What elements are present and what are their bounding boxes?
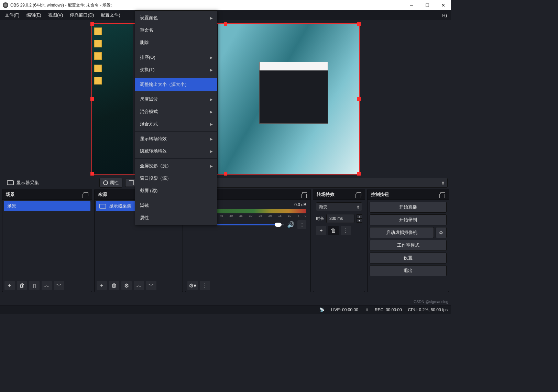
ctx-separator	[135, 77, 217, 77]
ctx-hide-transition[interactable]: 隐藏转场特效▶	[135, 145, 217, 157]
dock-transitions: 转场特效 渐变 ▴▾ 时长 300 ms ▴▾ + 🗑 ⋮	[313, 189, 365, 292]
mixer-footer: ⚙▾ ⋮	[185, 279, 310, 292]
mixer-menu-button[interactable]: ⋮	[200, 281, 210, 290]
ctx-blend-mode[interactable]: 混合模式▶	[135, 105, 217, 118]
minimize-button[interactable]: ─	[404, 0, 419, 10]
ctx-show-transition[interactable]: 显示转场特效▶	[135, 133, 217, 145]
ctx-screenshot[interactable]: 截屏 (源)	[135, 184, 217, 197]
resize-handle-br[interactable]	[357, 172, 361, 176]
slider-thumb[interactable]	[275, 223, 282, 227]
mixer-settings-button[interactable]: ⚙▾	[187, 281, 198, 290]
vcam-settings-button[interactable]: ⚙	[436, 227, 447, 238]
menu-right-frag: H)	[442, 13, 450, 18]
gear-icon	[103, 180, 108, 185]
delete-source-button[interactable]: 🗑	[109, 281, 119, 290]
ctx-separator	[135, 131, 217, 132]
pause-icon: ⏸	[364, 307, 369, 312]
menu-edit[interactable]: 编辑(E)	[23, 11, 45, 20]
dock-controls-title: 控制按钮	[371, 191, 389, 198]
speaker-icon[interactable]: 🔊	[287, 221, 295, 228]
resize-handle-bm[interactable]	[224, 172, 227, 176]
duration-spinner[interactable]: ▴▾	[357, 214, 362, 223]
popout-icon[interactable]	[84, 192, 88, 196]
ctx-fullscreen-proj[interactable]: 全屏投影（源）▶	[135, 160, 217, 172]
scene-up-button[interactable]: ︿	[42, 281, 52, 290]
resize-handle-tm[interactable]	[224, 22, 227, 26]
resize-handle-tr[interactable]	[357, 22, 361, 26]
menu-dock[interactable]: 停靠窗口(D)	[66, 11, 97, 20]
menu-view[interactable]: 视图(V)	[45, 11, 66, 20]
chevron-right-icon: ▶	[210, 56, 213, 59]
source-props-button[interactable]: ⚙	[121, 281, 132, 290]
sources-footer: + 🗑 ⚙ ︿ ﹀	[95, 279, 183, 292]
exit-button[interactable]: 退出	[370, 265, 447, 276]
delete-scene-button[interactable]: 🗑	[17, 281, 27, 290]
source-down-button[interactable]: ﹀	[146, 281, 156, 290]
dock-sources-title: 来源	[98, 191, 107, 198]
resize-handle-bl[interactable]	[90, 172, 94, 176]
add-source-button[interactable]: +	[97, 281, 107, 290]
scene-item[interactable]: 场景	[4, 201, 90, 211]
preview-area[interactable]	[0, 20, 451, 177]
dock-scenes-title: 场景	[6, 191, 15, 198]
start-recording-button[interactable]: 开始录制	[370, 214, 447, 225]
ctx-set-color[interactable]: 设置颜色▶	[135, 12, 217, 24]
popout-icon[interactable]	[440, 192, 445, 196]
properties-label: 属性	[110, 180, 119, 186]
resize-handle-ml[interactable]	[90, 97, 94, 101]
resize-handle-tl[interactable]	[90, 22, 94, 26]
ctx-resize-output[interactable]: 调整输出大小（源大小）	[135, 78, 217, 91]
ctx-properties[interactable]: 属性	[135, 212, 217, 224]
preview-canvas[interactable]	[91, 23, 360, 175]
context-menu[interactable]: 设置颜色▶ 重命名 删除 排序(O)▶ 变换(T)▶ 调整输出大小（源大小） 尺…	[135, 10, 217, 225]
properties-button[interactable]: 属性	[99, 178, 122, 188]
resize-handle-mr[interactable]	[357, 97, 361, 101]
close-button[interactable]: ✕	[435, 0, 451, 10]
ctx-order[interactable]: 排序(O)▶	[135, 51, 217, 64]
chevron-updown-icon: ▴▾	[442, 180, 444, 185]
chevron-updown-icon: ▴▾	[357, 204, 359, 209]
transition-dropdown[interactable]: 渐变 ▴▾	[316, 202, 362, 211]
scenes-footer: + 🗑 ▯ ︿ ﹀	[2, 279, 92, 292]
add-scene-button[interactable]: +	[4, 281, 15, 290]
scene-down-button[interactable]: ﹀	[54, 281, 64, 290]
ctx-filters[interactable]: 滤镜	[135, 199, 217, 212]
dock-scenes-header[interactable]: 场景	[2, 189, 92, 200]
ctx-delete[interactable]: 删除	[135, 36, 217, 49]
chevron-right-icon: ▶	[210, 122, 213, 126]
ctx-scale-filtering[interactable]: 尺度滤波▶	[135, 93, 217, 105]
transition-add-button[interactable]: +	[316, 226, 326, 235]
start-streaming-button[interactable]: 开始直播	[370, 202, 447, 213]
transition-menu-button[interactable]: ⋮	[341, 226, 351, 235]
ctx-separator	[135, 158, 217, 159]
popout-icon[interactable]	[302, 192, 307, 196]
broadcast-icon: 📡	[319, 307, 325, 312]
selection-box[interactable]	[91, 23, 360, 175]
popout-icon[interactable]	[357, 192, 361, 196]
ctx-separator	[135, 50, 217, 50]
ctx-rename[interactable]: 重命名	[135, 24, 217, 36]
maximize-button[interactable]: ☐	[419, 0, 435, 10]
mixer-more-button[interactable]: ⋮	[297, 220, 306, 229]
menu-file[interactable]: 文件(F)	[1, 11, 23, 20]
ctx-blend-method[interactable]: 混合方式▶	[135, 118, 217, 130]
duration-field[interactable]: 300 ms	[326, 214, 354, 223]
transitions-body: 渐变 ▴▾ 时长 300 ms ▴▾ + 🗑 ⋮	[313, 200, 365, 238]
chevron-right-icon: ▶	[210, 149, 213, 153]
scenes-list[interactable]: 场景	[2, 200, 92, 279]
scene-filter-button[interactable]: ▯	[29, 281, 40, 290]
obs-logo-icon	[3, 2, 8, 8]
window-titlebar: OBS 29.0.2 (64-bit, windows) - 配置文件: 未命名…	[0, 0, 451, 10]
source-up-button[interactable]: ︿	[134, 281, 144, 290]
transition-delete-button[interactable]: 🗑	[328, 226, 339, 235]
status-cpu: CPU: 0.2%, 60.00 fps	[408, 307, 448, 312]
ctx-window-proj[interactable]: 窗口投影（源）	[135, 172, 217, 184]
duration-value: 300 ms	[329, 216, 343, 221]
menu-profile[interactable]: 配置文件(	[97, 11, 123, 20]
dock-transitions-header[interactable]: 转场特效	[313, 189, 365, 200]
start-vcam-button[interactable]: 启动虚拟摄像机	[370, 227, 434, 238]
ctx-transform[interactable]: 变换(T)▶	[135, 64, 217, 76]
settings-button[interactable]: 设置	[370, 253, 447, 264]
dock-controls-header[interactable]: 控制按钮	[368, 189, 449, 200]
studio-mode-button[interactable]: 工作室模式	[370, 240, 447, 251]
